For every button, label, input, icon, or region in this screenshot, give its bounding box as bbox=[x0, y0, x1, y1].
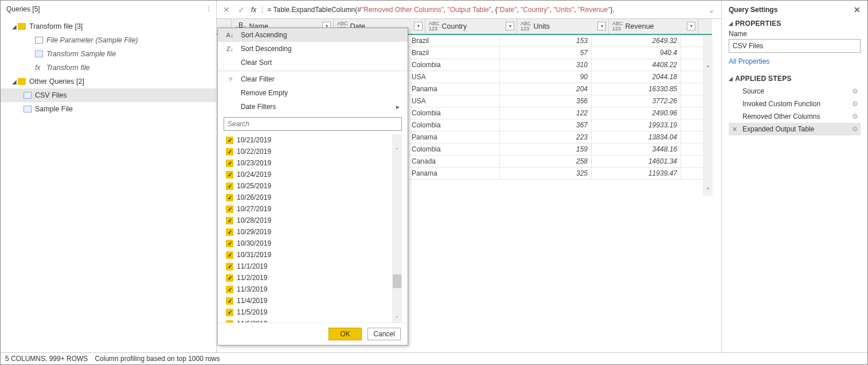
remove-empty[interactable]: Remove Empty bbox=[218, 86, 408, 100]
applied-step[interactable]: Removed Other Columns⚙ bbox=[729, 110, 861, 123]
scroll-up-icon[interactable]: ˄ bbox=[703, 64, 712, 73]
column-dropdown-icon[interactable]: ▾ bbox=[506, 22, 514, 30]
checkbox-icon[interactable]: ✓ bbox=[226, 194, 233, 201]
filter-value-item[interactable]: ✓10/25/2019 bbox=[224, 180, 402, 192]
table-row[interactable]: Brazil57940.4 bbox=[408, 47, 712, 59]
checkbox-icon[interactable]: ✓ bbox=[226, 263, 233, 270]
column-header-country[interactable]: ABC123 Country ▾ bbox=[425, 19, 517, 34]
query-csv-files[interactable]: CSV Files bbox=[1, 88, 216, 102]
formula-text[interactable]: = Table.ExpandTableColumn(#"Removed Othe… bbox=[267, 6, 702, 14]
scroll-down-icon[interactable]: ˅ bbox=[393, 314, 401, 323]
table-row[interactable]: Colombia36719933.19 bbox=[408, 119, 712, 131]
filter-value-item[interactable]: ✓11/2/2019 bbox=[224, 272, 402, 284]
cancel-button[interactable]: Cancel bbox=[367, 328, 401, 340]
filter-value-item[interactable]: ✓10/28/2019 bbox=[224, 215, 402, 226]
checkbox-icon[interactable]: ✓ bbox=[226, 240, 233, 247]
checkbox-icon[interactable]: ✓ bbox=[226, 217, 233, 224]
filter-value-item[interactable]: ✓10/24/2019 bbox=[224, 169, 402, 180]
filter-value-item[interactable]: ✓11/4/2019 bbox=[224, 295, 402, 306]
collapse-panel-icon[interactable]: 〈 bbox=[204, 4, 210, 14]
filter-value-item[interactable]: ✓11/1/2019 bbox=[224, 261, 402, 272]
table-row[interactable]: Colombia1222490.96 bbox=[408, 107, 712, 119]
filter-value-item[interactable]: ✓10/27/2019 bbox=[224, 203, 402, 215]
clear-filter[interactable]: ⧩Clear Filter bbox=[218, 72, 408, 86]
checkbox-icon[interactable]: ✓ bbox=[226, 137, 233, 144]
checkbox-icon[interactable]: ✓ bbox=[226, 171, 233, 178]
query-file-parameter[interactable]: File Parameter (Sample File) bbox=[1, 33, 216, 47]
datatype-icon[interactable]: ABC123 bbox=[612, 21, 623, 32]
checkbox-icon[interactable]: ✓ bbox=[226, 297, 233, 305]
scrollbar-thumb[interactable] bbox=[393, 274, 401, 288]
table-row[interactable]: USA902044.18 bbox=[408, 71, 712, 83]
grid-scrollbar[interactable]: ˄ ˅ bbox=[703, 35, 713, 196]
scroll-up-icon[interactable]: ˄ bbox=[393, 146, 401, 154]
cancel-formula-icon[interactable]: ✕ bbox=[221, 5, 232, 14]
table-row[interactable]: Panama22313834.04 bbox=[408, 131, 712, 143]
applied-step[interactable]: Invoked Custom Function⚙ bbox=[729, 98, 861, 110]
date-filters[interactable]: Date Filters▸ bbox=[218, 100, 408, 114]
table-row[interactable]: Canada25814601.34 bbox=[408, 156, 712, 168]
properties-heading: PROPERTIES bbox=[735, 20, 781, 28]
filter-value-item[interactable]: ✓10/30/2019 bbox=[224, 238, 402, 249]
table-row[interactable]: Colombia3104408.22 bbox=[408, 59, 712, 71]
datatype-icon[interactable]: ABC123 bbox=[521, 21, 531, 32]
filter-value-item[interactable]: ✓10/29/2019 bbox=[224, 226, 402, 238]
column-header-revenue[interactable]: ABC123 Revenue ▾ bbox=[609, 19, 698, 34]
checkbox-icon[interactable]: ✓ bbox=[226, 286, 233, 293]
gear-icon[interactable]: ⚙ bbox=[852, 112, 858, 121]
filter-value-item[interactable]: ✓11/6/2019 bbox=[224, 318, 402, 323]
clear-sort[interactable]: Clear Sort bbox=[218, 56, 408, 69]
checkbox-icon[interactable]: ✓ bbox=[226, 205, 233, 213]
checkbox-icon[interactable]: ✓ bbox=[226, 320, 233, 323]
checkbox-icon[interactable]: ✓ bbox=[226, 274, 233, 282]
query-transform-sample[interactable]: Transform Sample file bbox=[1, 47, 216, 61]
filter-scrollbar[interactable]: ˄ ˅ bbox=[392, 134, 402, 323]
column-dropdown-icon[interactable]: ▾ bbox=[597, 22, 606, 30]
sort-ascending[interactable]: A↓Sort Ascending bbox=[218, 28, 408, 42]
filter-search-input[interactable] bbox=[224, 117, 402, 131]
table-row[interactable]: Panama32511939.47 bbox=[408, 168, 712, 180]
accept-formula-icon[interactable]: ✓ bbox=[236, 5, 247, 14]
query-name-input[interactable] bbox=[729, 39, 861, 53]
table-row[interactable]: Panama20416330.85 bbox=[408, 83, 712, 95]
checkbox-icon[interactable]: ✓ bbox=[226, 228, 233, 236]
table-row[interactable]: USA3563772.26 bbox=[408, 95, 712, 107]
filter-value-item[interactable]: ✓10/22/2019 bbox=[224, 146, 402, 157]
gear-icon[interactable]: ⚙ bbox=[852, 125, 858, 133]
folder-transform-file[interactable]: ◢ Transform file [3] bbox=[1, 20, 216, 33]
expand-formula-icon[interactable]: ⌄ bbox=[706, 5, 717, 14]
filter-value-item[interactable]: ✓10/31/2019 bbox=[224, 249, 402, 261]
filter-value-item[interactable]: ✓11/3/2019 bbox=[224, 284, 402, 295]
column-dropdown-icon[interactable]: ▾ bbox=[414, 22, 423, 30]
filter-value-item[interactable]: ✓10/26/2019 bbox=[224, 192, 402, 203]
gear-icon[interactable]: ⚙ bbox=[852, 100, 858, 108]
checkbox-icon[interactable]: ✓ bbox=[226, 160, 233, 167]
query-sample-file[interactable]: Sample File bbox=[1, 102, 216, 116]
filter-value-label: 10/27/2019 bbox=[237, 205, 271, 213]
filter-value-item[interactable]: ✓10/21/2019 bbox=[224, 134, 402, 146]
applied-step[interactable]: Source⚙ bbox=[729, 85, 861, 98]
folder-other-queries[interactable]: ◢ Other Queries [2] bbox=[1, 75, 216, 88]
checkbox-icon[interactable]: ✓ bbox=[226, 182, 233, 190]
scroll-down-icon[interactable]: ˅ bbox=[703, 186, 712, 196]
fx-icon[interactable]: fx bbox=[251, 6, 263, 14]
filter-value-item[interactable]: ✓11/5/2019 bbox=[224, 306, 402, 318]
applied-step[interactable]: ✕Expanded Output Table⚙ bbox=[729, 123, 861, 135]
ok-button[interactable]: OK bbox=[329, 328, 362, 340]
table-row[interactable]: Colombia1593448.16 bbox=[408, 143, 712, 156]
query-transform-file[interactable]: fx Transform file bbox=[1, 61, 216, 75]
checkbox-icon[interactable]: ✓ bbox=[226, 251, 233, 259]
checkbox-icon[interactable]: ✓ bbox=[226, 309, 233, 316]
name-label: Name bbox=[729, 30, 861, 38]
all-properties-link[interactable]: All Properties bbox=[729, 57, 861, 65]
sort-descending[interactable]: Z↓Sort Descending bbox=[218, 42, 408, 56]
checkbox-icon[interactable]: ✓ bbox=[226, 148, 233, 156]
column-dropdown-icon[interactable]: ▾ bbox=[687, 22, 695, 30]
close-settings-icon[interactable]: ✕ bbox=[854, 5, 861, 14]
datatype-icon[interactable]: ABC123 bbox=[429, 21, 440, 32]
gear-icon[interactable]: ⚙ bbox=[852, 87, 858, 95]
delete-step-icon[interactable]: ✕ bbox=[732, 126, 737, 133]
filter-value-item[interactable]: ✓10/23/2019 bbox=[224, 157, 402, 169]
column-header-units[interactable]: ABC123 Units ▾ bbox=[517, 19, 609, 34]
table-row[interactable]: Brazil1532649.32 bbox=[408, 35, 712, 47]
